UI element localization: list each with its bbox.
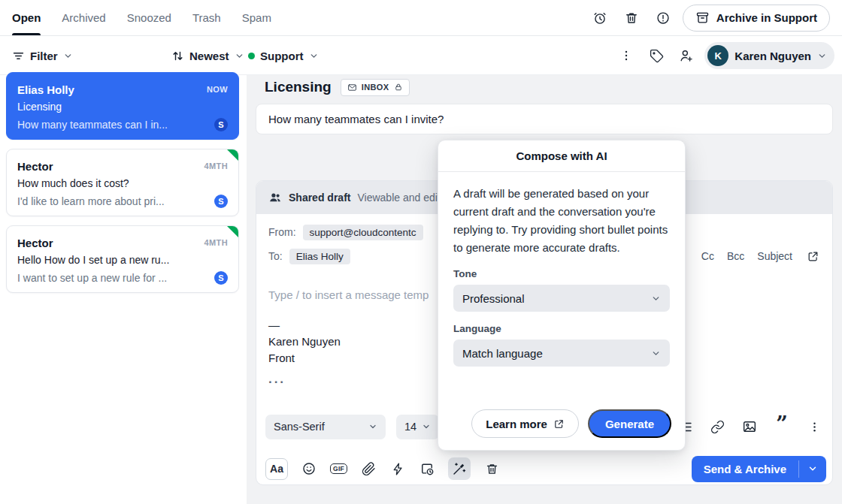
paperclip-icon bbox=[362, 462, 376, 476]
archive-icon bbox=[695, 11, 710, 25]
send-options-button[interactable] bbox=[799, 456, 826, 482]
tab-archived[interactable]: Archived bbox=[62, 0, 105, 35]
topbar-actions: Archive in Support bbox=[588, 5, 830, 32]
attach-file-button[interactable] bbox=[360, 460, 377, 477]
blockquote-button[interactable]: ” bbox=[773, 418, 791, 436]
send-archive-split-button: Send & Archive bbox=[692, 456, 826, 482]
trash-icon bbox=[485, 462, 499, 476]
person-add-icon bbox=[679, 48, 694, 63]
conversation-preview: How many teammates can I in... bbox=[17, 119, 168, 131]
inbox-badge-label: INBOX bbox=[362, 83, 389, 92]
avatar: K bbox=[707, 45, 728, 66]
subject-toggle[interactable]: Subject bbox=[757, 250, 792, 262]
composer-bottom-toolbar: Aa GIF Send & Archive bbox=[265, 454, 826, 483]
learn-more-button[interactable]: Learn more bbox=[471, 409, 579, 438]
conversation-item[interactable]: Hector 4MTH How much does it cost? I'd l… bbox=[6, 149, 239, 216]
filter-label: Filter bbox=[30, 50, 58, 62]
font-family-value: Sans-Serif bbox=[274, 421, 325, 433]
font-size-select[interactable]: 14 bbox=[396, 415, 439, 439]
gif-button[interactable]: GIF bbox=[330, 463, 347, 475]
generate-button[interactable]: Generate bbox=[588, 409, 671, 438]
chevron-down-icon bbox=[309, 51, 319, 61]
conversation-item[interactable]: Elias Holly NOW Licensing How many teamm… bbox=[6, 72, 239, 140]
conversation-subject: How much does it cost? bbox=[17, 174, 228, 192]
send-later-clock-icon bbox=[419, 461, 435, 476]
conversation-item[interactable]: Hector 4MTH Hello How do I set up a new … bbox=[6, 225, 239, 293]
conversation-preview: I want to set up a new rule for ... bbox=[17, 272, 167, 284]
thread-actions: K Karen Nguyen bbox=[614, 36, 834, 75]
send-archive-button[interactable]: Send & Archive bbox=[692, 456, 798, 482]
tone-select[interactable]: Professional bbox=[453, 285, 670, 312]
thread-title: Licensing bbox=[265, 79, 332, 95]
from-label: From: bbox=[268, 226, 296, 238]
sort-icon bbox=[171, 50, 184, 62]
tab-spam[interactable]: Spam bbox=[242, 0, 271, 35]
assignee-selector[interactable]: K Karen Nguyen bbox=[704, 42, 834, 69]
tab-trash[interactable]: Trash bbox=[192, 0, 221, 35]
conversation-time: 4MTH bbox=[204, 238, 228, 247]
message-text: How many teammates can I invite? bbox=[268, 113, 444, 125]
collapsed-quote-toggle[interactable]: ··· bbox=[268, 375, 286, 390]
format-toolbar-right: ” bbox=[676, 418, 823, 436]
tab-snoozed[interactable]: Snoozed bbox=[127, 0, 171, 35]
to-recipient-pill[interactable]: Elias Holly bbox=[289, 249, 350, 264]
top-bar: Open Archived Snoozed Trash Spam Archive… bbox=[0, 0, 842, 36]
filter-control[interactable]: Filter bbox=[12, 36, 73, 75]
alarm-clock-icon bbox=[592, 11, 607, 26]
bcc-toggle[interactable]: Bcc bbox=[727, 250, 744, 262]
message-bubble: How many teammates can I invite? bbox=[256, 104, 833, 134]
external-link-icon bbox=[553, 418, 565, 430]
composer-body-placeholder[interactable]: Type / to insert a message temp bbox=[268, 288, 429, 301]
lock-icon bbox=[394, 83, 403, 92]
alert-circle-icon bbox=[656, 11, 671, 26]
tag-button[interactable] bbox=[644, 44, 668, 68]
chevron-down-icon bbox=[63, 51, 73, 61]
from-row: From: support@cloudcontentc bbox=[268, 223, 423, 241]
popout-composer-button[interactable] bbox=[805, 249, 820, 264]
language-select[interactable]: Match language bbox=[453, 340, 670, 367]
conversation-sender: Hector bbox=[17, 237, 53, 249]
insert-image-button[interactable] bbox=[741, 418, 759, 436]
external-link-icon bbox=[807, 250, 819, 263]
conversation-time: 4MTH bbox=[204, 161, 228, 171]
trash-button[interactable] bbox=[619, 6, 644, 30]
send-later-button[interactable] bbox=[419, 460, 435, 477]
shared-badge: S bbox=[214, 195, 228, 208]
quote-icon: ” bbox=[776, 419, 788, 434]
discard-draft-button[interactable] bbox=[483, 460, 500, 477]
from-address-pill[interactable]: support@cloudcontentc bbox=[303, 225, 423, 240]
chevron-down-icon bbox=[651, 349, 661, 358]
shortcuts-button[interactable] bbox=[389, 460, 406, 477]
insert-link-button[interactable] bbox=[708, 418, 726, 436]
conversation-sender: Elias Holly bbox=[17, 83, 74, 96]
text-format-toggle[interactable]: Aa bbox=[265, 458, 288, 480]
status-tabs: Open Archived Snoozed Trash Spam bbox=[12, 0, 271, 35]
filter-icon bbox=[12, 50, 25, 62]
conversation-list: Elias Holly NOW Licensing How many teamm… bbox=[6, 72, 239, 302]
more-options-button[interactable] bbox=[614, 44, 638, 68]
thread-header: Licensing INBOX bbox=[265, 76, 410, 98]
envelope-icon bbox=[347, 83, 357, 92]
cc-toggle[interactable]: Cc bbox=[701, 250, 714, 262]
chevron-down-icon bbox=[368, 422, 377, 431]
conversation-preview: I'd like to learn more about pri... bbox=[17, 195, 165, 207]
spam-button[interactable] bbox=[651, 6, 675, 30]
assignee-name: Karen Nguyen bbox=[734, 50, 811, 62]
link-icon bbox=[710, 420, 725, 434]
sort-control[interactable]: Newest bbox=[171, 36, 244, 75]
archive-in-support-button[interactable]: Archive in Support bbox=[683, 5, 830, 32]
trash-icon bbox=[624, 11, 639, 26]
compose-with-ai-button[interactable] bbox=[448, 457, 471, 480]
emoji-button[interactable] bbox=[301, 460, 317, 477]
header-field-toggles: Cc Bcc Subject bbox=[701, 247, 820, 265]
inbox-selector[interactable]: Support bbox=[248, 36, 319, 75]
more-format-options-button[interactable] bbox=[805, 418, 823, 436]
snooze-button[interactable] bbox=[588, 6, 612, 30]
shared-draft-label: Shared draft bbox=[289, 192, 350, 204]
font-family-select[interactable]: Sans-Serif bbox=[265, 415, 386, 439]
assign-button[interactable] bbox=[674, 44, 698, 68]
people-icon bbox=[268, 191, 282, 204]
compose-with-ai-dialog: Compose with AI A draft will be generate… bbox=[438, 140, 686, 451]
chevron-down-icon bbox=[807, 463, 818, 474]
tab-open[interactable]: Open bbox=[12, 0, 41, 35]
